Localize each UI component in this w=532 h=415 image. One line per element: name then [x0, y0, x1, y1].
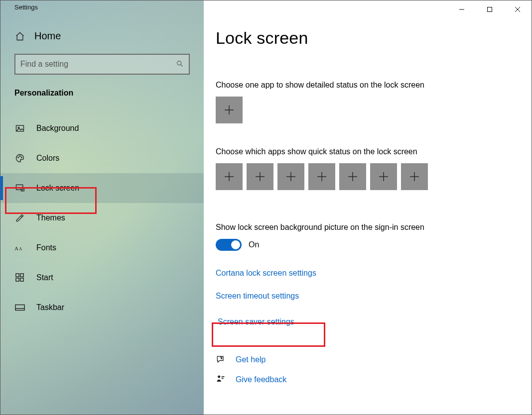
- minimize-button[interactable]: [448, 0, 476, 18]
- svg-rect-13: [16, 278, 19, 281]
- svg-rect-15: [15, 305, 24, 311]
- svg-point-6: [21, 157, 22, 158]
- help-icon: [216, 354, 227, 365]
- category-label: Personalization: [0, 89, 204, 108]
- svg-text:A: A: [19, 247, 22, 251]
- give-feedback-link[interactable]: Give feedback: [236, 375, 286, 384]
- sidebar-item-background[interactable]: Background: [0, 113, 204, 143]
- sidebar-item-label: Fonts: [36, 243, 56, 252]
- sidebar-item-label: Colors: [36, 154, 59, 163]
- lock-screen-icon: [14, 183, 25, 194]
- add-quick-status-app-7[interactable]: [401, 163, 428, 190]
- main-content: Lock screen Choose one app to show detai…: [204, 0, 532, 415]
- sidebar: Settings Home Personalization Background: [0, 0, 204, 415]
- add-quick-status-app-4[interactable]: [308, 163, 335, 190]
- taskbar-icon: [14, 302, 25, 313]
- search-icon: [176, 60, 184, 69]
- sidebar-item-label: Taskbar: [36, 303, 64, 312]
- home-nav[interactable]: Home: [0, 18, 204, 54]
- svg-rect-39: [222, 376, 225, 377]
- svg-point-38: [218, 376, 220, 378]
- home-label: Home: [34, 30, 61, 42]
- get-help-link[interactable]: Get help: [236, 355, 266, 364]
- bg-signin-state: On: [249, 240, 259, 249]
- add-quick-status-app-2[interactable]: [247, 163, 273, 190]
- add-quick-status-app-3[interactable]: [277, 163, 304, 190]
- quick-status-label: Choose which apps show quick status on t…: [216, 147, 532, 156]
- add-quick-status-app-1[interactable]: [216, 163, 243, 190]
- give-feedback-row[interactable]: Give feedback: [216, 374, 532, 385]
- search-input[interactable]: [20, 60, 176, 69]
- picture-icon: [14, 123, 25, 134]
- add-quick-status-app-6[interactable]: [370, 163, 397, 190]
- search-box[interactable]: [14, 54, 190, 75]
- feedback-icon: [216, 374, 227, 385]
- sidebar-item-lock-screen[interactable]: Lock screen: [0, 173, 204, 203]
- start-icon: [14, 272, 25, 283]
- svg-rect-12: [20, 274, 23, 277]
- svg-point-0: [177, 61, 181, 65]
- fonts-icon: AA: [14, 242, 25, 253]
- get-help-row[interactable]: Get help: [216, 354, 532, 365]
- sidebar-item-fonts[interactable]: AA Fonts: [0, 233, 204, 263]
- svg-rect-40: [222, 378, 224, 379]
- add-quick-status-app-5[interactable]: [339, 163, 366, 190]
- screen-saver-link[interactable]: Screen saver settings: [218, 317, 294, 326]
- palette-icon: [14, 153, 25, 164]
- sidebar-item-label: Background: [36, 124, 79, 133]
- bg-signin-toggle[interactable]: [216, 239, 242, 251]
- svg-point-5: [19, 156, 20, 157]
- bg-signin-label: Show lock screen background picture on t…: [216, 223, 532, 232]
- screen-timeout-link[interactable]: Screen timeout settings: [216, 292, 299, 301]
- home-icon: [14, 31, 25, 42]
- close-button[interactable]: [504, 0, 532, 18]
- sidebar-item-label: Lock screen: [36, 184, 79, 193]
- sidebar-item-label: Start: [36, 273, 53, 282]
- sidebar-item-themes[interactable]: Themes: [0, 203, 204, 233]
- svg-rect-11: [16, 274, 19, 277]
- svg-rect-18: [488, 7, 492, 12]
- svg-point-4: [18, 157, 19, 158]
- window-title: Settings: [0, 0, 204, 18]
- sidebar-item-start[interactable]: Start: [0, 263, 204, 293]
- svg-text:A: A: [14, 245, 18, 251]
- sidebar-item-colors[interactable]: Colors: [0, 143, 204, 173]
- maximize-button[interactable]: [476, 0, 504, 18]
- svg-rect-14: [20, 278, 23, 281]
- themes-icon: [14, 212, 25, 223]
- add-detailed-status-app[interactable]: [216, 97, 243, 123]
- detailed-status-label: Choose one app to show detailed status o…: [216, 81, 532, 90]
- cortana-settings-link[interactable]: Cortana lock screen settings: [216, 269, 316, 278]
- sidebar-item-label: Themes: [36, 213, 65, 222]
- sidebar-item-taskbar[interactable]: Taskbar: [0, 293, 204, 322]
- svg-line-1: [181, 65, 182, 66]
